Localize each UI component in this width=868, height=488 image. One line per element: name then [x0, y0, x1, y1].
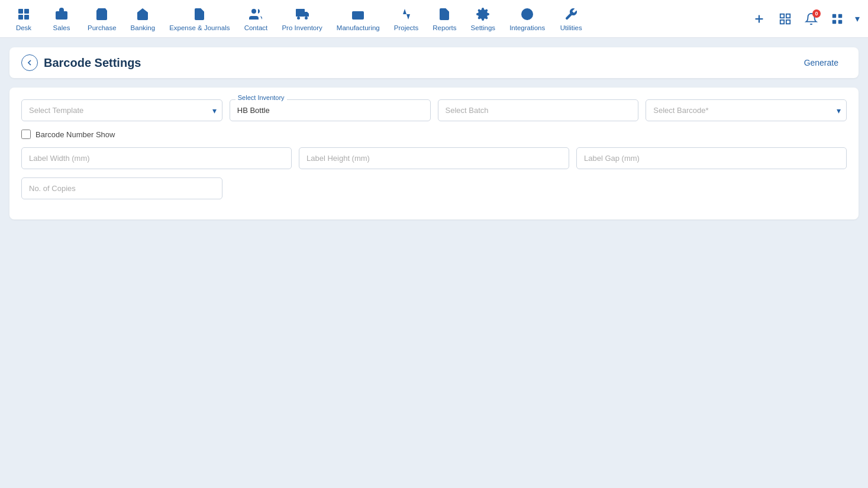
nav-label-purchase: Purchase [88, 24, 117, 31]
select-batch-input[interactable] [438, 99, 639, 121]
generate-button[interactable]: Generate [796, 54, 847, 71]
nav-right: 0 ▾ [748, 8, 862, 30]
nav-label-utilities: Utilities [560, 24, 582, 31]
svg-rect-30 [832, 20, 836, 23]
banking-icon [134, 6, 151, 22]
label-height-input[interactable] [299, 147, 569, 169]
utilities-icon [563, 6, 579, 22]
switch-button[interactable] [775, 8, 796, 30]
label-gap-input[interactable] [576, 147, 847, 169]
svg-rect-24 [780, 14, 784, 17]
notification-button[interactable]: 0 [801, 8, 822, 30]
back-button[interactable] [21, 54, 38, 71]
grid-button[interactable] [827, 8, 848, 30]
nav-label-desk: Desk [16, 24, 31, 31]
select-barcode-input[interactable]: Select Barcode* [646, 99, 847, 121]
page-content: Barcode Settings Generate Select Templat… [0, 38, 868, 229]
svg-rect-2 [18, 15, 23, 20]
label-width-input[interactable] [21, 147, 292, 169]
page-header-left: Barcode Settings [21, 54, 141, 71]
svg-marker-10 [305, 12, 309, 17]
nav-item-manufacturing[interactable]: Manufacturing [331, 2, 386, 35]
form-row-4 [21, 177, 847, 199]
nav-label-integrations: Integrations [509, 24, 545, 31]
svg-rect-1 [24, 9, 29, 14]
pro-inventory-icon [294, 6, 311, 22]
form-card: Select Template ▾ Select Inventory Selec… [9, 88, 859, 219]
nav-item-contact[interactable]: Contact [238, 2, 273, 35]
svg-rect-27 [786, 20, 790, 23]
page-title: Barcode Settings [44, 56, 141, 70]
svg-rect-29 [838, 14, 842, 17]
svg-rect-3 [24, 15, 29, 20]
navbar: Desk Sales Purchase Banking [0, 0, 868, 38]
nav-label-manufacturing: Manufacturing [337, 24, 380, 31]
select-inventory-label: Select Inventory [235, 94, 287, 101]
barcode-number-show-checkbox[interactable] [21, 130, 31, 139]
notification-badge: 0 [812, 9, 821, 18]
select-batch-field [438, 99, 639, 121]
nav-item-projects[interactable]: Projects [388, 2, 425, 35]
sales-icon [53, 6, 70, 22]
projects-icon [398, 6, 415, 22]
select-barcode-field: Select Barcode* ▾ [646, 99, 847, 121]
reports-icon [436, 6, 453, 22]
nav-item-expense[interactable]: Expense & Journals [163, 2, 235, 35]
no-of-copies-input[interactable] [21, 177, 222, 199]
svg-rect-28 [832, 14, 836, 17]
svg-rect-25 [786, 14, 790, 17]
svg-rect-26 [780, 20, 784, 23]
add-button[interactable] [748, 8, 770, 30]
nav-label-settings: Settings [471, 24, 496, 31]
nav-item-banking[interactable]: Banking [125, 2, 162, 35]
integrations-icon [519, 6, 535, 22]
settings-icon [475, 6, 491, 22]
svg-point-8 [251, 9, 256, 14]
nav-item-purchase[interactable]: Purchase [82, 2, 122, 35]
nav-item-integrations[interactable]: Integrations [504, 2, 551, 35]
nav-item-desk[interactable]: Desk [6, 2, 41, 35]
nav-item-reports[interactable]: Reports [427, 2, 462, 35]
nav-item-sales[interactable]: Sales [44, 2, 79, 35]
svg-rect-31 [838, 20, 842, 23]
checkbox-row: Barcode Number Show [21, 130, 847, 139]
svg-rect-16 [360, 14, 362, 15]
select-inventory-field: Select Inventory [230, 99, 431, 121]
manufacturing-icon [350, 6, 366, 22]
desk-icon [15, 6, 32, 22]
nav-label-reports: Reports [433, 24, 456, 31]
svg-rect-4 [56, 11, 67, 20]
user-menu-chevron[interactable]: ▾ [853, 11, 862, 27]
expense-icon [191, 6, 208, 22]
barcode-number-show-label: Barcode Number Show [36, 130, 115, 139]
svg-rect-14 [354, 14, 356, 15]
svg-point-11 [297, 17, 300, 20]
svg-point-12 [305, 17, 308, 20]
form-row-1: Select Template ▾ Select Inventory Selec… [21, 99, 847, 121]
contact-icon [247, 6, 264, 22]
nav-label-contact: Contact [244, 24, 268, 31]
purchase-icon [93, 6, 110, 22]
select-template-input[interactable]: Select Template [21, 99, 222, 121]
label-gap-field [576, 147, 847, 169]
select-template-field: Select Template ▾ [21, 99, 222, 121]
nav-item-settings[interactable]: Settings [465, 2, 502, 35]
nav-label-sales: Sales [53, 24, 70, 31]
nav-label-projects: Projects [394, 24, 419, 31]
nav-item-utilities[interactable]: Utilities [553, 2, 589, 35]
svg-rect-15 [357, 14, 359, 15]
page-header: Barcode Settings Generate [9, 47, 859, 78]
form-row-3 [21, 147, 847, 169]
select-inventory-input[interactable] [230, 99, 431, 121]
nav-items: Desk Sales Purchase Banking [6, 2, 748, 35]
svg-rect-0 [18, 9, 23, 14]
nav-label-banking: Banking [131, 24, 156, 31]
label-height-field [299, 147, 569, 169]
svg-rect-9 [296, 9, 305, 17]
label-width-field [21, 147, 292, 169]
nav-item-pro-inventory[interactable]: Pro Inventory [276, 2, 328, 35]
no-of-copies-field [21, 177, 222, 199]
nav-label-pro-inventory: Pro Inventory [282, 24, 322, 31]
nav-label-expense: Expense & Journals [169, 24, 230, 31]
